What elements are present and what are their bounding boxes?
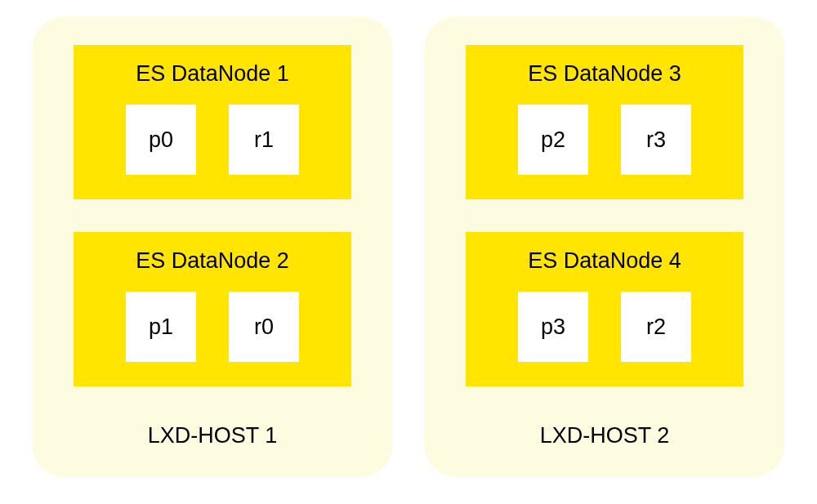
host-label: LXD-HOST 1: [148, 423, 278, 448]
datanode-title: ES DataNode 1: [136, 61, 289, 87]
es-datanode-1: ES DataNode 1 p0 r1: [74, 45, 351, 199]
shard-row: p3 r2: [518, 292, 691, 362]
datanode-title: ES DataNode 2: [136, 248, 289, 274]
es-datanode-3: ES DataNode 3 p2 r3: [466, 45, 743, 199]
shard-replica: r3: [621, 105, 691, 175]
shard-replica: r1: [229, 105, 299, 175]
shard-replica: r2: [621, 292, 691, 362]
shard-row: p2 r3: [518, 105, 691, 175]
host-label: LXD-HOST 2: [540, 423, 670, 448]
datanode-title: ES DataNode 3: [528, 61, 681, 87]
shard-row: p0 r1: [126, 105, 299, 175]
es-datanode-4: ES DataNode 4 p3 r2: [466, 232, 743, 386]
shard-primary: p0: [126, 105, 196, 175]
shard-primary: p2: [518, 105, 588, 175]
lxd-host-1: ES DataNode 1 p0 r1 ES DataNode 2 p1 r0 …: [33, 16, 392, 477]
datanode-title: ES DataNode 4: [528, 248, 681, 274]
lxd-host-2: ES DataNode 3 p2 r3 ES DataNode 4 p3 r2 …: [425, 16, 784, 477]
shard-row: p1 r0: [126, 292, 299, 362]
es-datanode-2: ES DataNode 2 p1 r0: [74, 232, 351, 386]
shard-replica: r0: [229, 292, 299, 362]
shard-primary: p3: [518, 292, 588, 362]
shard-primary: p1: [126, 292, 196, 362]
